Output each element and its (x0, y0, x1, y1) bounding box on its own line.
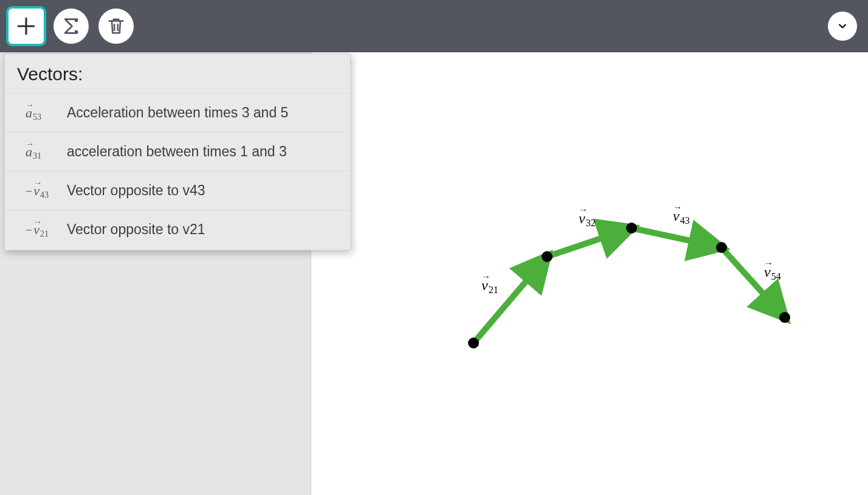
vector-desc: Vector opposite to v21 (67, 221, 205, 238)
chevron-down-icon (836, 20, 849, 32)
point-2[interactable] (626, 223, 637, 234)
vector-label-v43: →v43 (673, 208, 690, 224)
vector-arrow-3[interactable] (722, 248, 785, 317)
vector-panel: Vectors: →a53Acceleration between times … (4, 54, 351, 251)
trash-icon (106, 16, 126, 36)
vector-symbol: →a53 (26, 105, 67, 121)
sum-button[interactable] (53, 9, 89, 44)
vector-arrow-2[interactable] (632, 228, 722, 248)
toolbar (0, 0, 868, 52)
vector-item-0[interactable]: →a53Acceleration between times 3 and 5 (5, 93, 350, 132)
vector-label-v54: →v54 (764, 264, 781, 280)
vector-label-v21: →v21 (481, 277, 498, 294)
vector-arrow-0[interactable] (474, 257, 547, 343)
delete-button[interactable] (98, 9, 134, 44)
content-area: Vectors: →a53Acceleration between times … (0, 52, 868, 495)
expand-button[interactable] (828, 12, 857, 41)
vector-desc: Acceleration between times 3 and 5 (67, 105, 288, 121)
vector-desc: Vector opposite to v43 (67, 182, 205, 199)
point-0[interactable] (468, 338, 479, 348)
vector-symbol: −→v21 (26, 222, 67, 238)
point-1[interactable] (542, 251, 553, 262)
sidebar: Vectors: →a53Acceleration between times … (0, 52, 311, 495)
add-button[interactable] (9, 9, 44, 44)
sigma-icon (61, 16, 81, 36)
point-4[interactable] (779, 312, 790, 323)
vector-panel-title: Vectors: (5, 54, 350, 93)
vector-arrow-1[interactable] (547, 228, 632, 257)
point-3[interactable] (716, 242, 727, 253)
vector-item-1[interactable]: →a31acceleration between times 1 and 3 (5, 132, 350, 171)
vector-symbol: →a31 (26, 144, 67, 160)
vector-item-2[interactable]: −→v43Vector opposite to v43 (5, 171, 350, 210)
vector-label-v32: →v32 (579, 210, 596, 227)
plus-icon (16, 16, 36, 36)
vector-symbol: −→v43 (26, 183, 67, 199)
diagram-canvas[interactable]: →v21→v32→v43→v54 (311, 52, 868, 495)
vector-desc: acceleration between times 1 and 3 (67, 144, 287, 160)
vector-diagram-svg (311, 52, 868, 495)
vector-item-3[interactable]: −→v21Vector opposite to v21 (5, 210, 350, 249)
